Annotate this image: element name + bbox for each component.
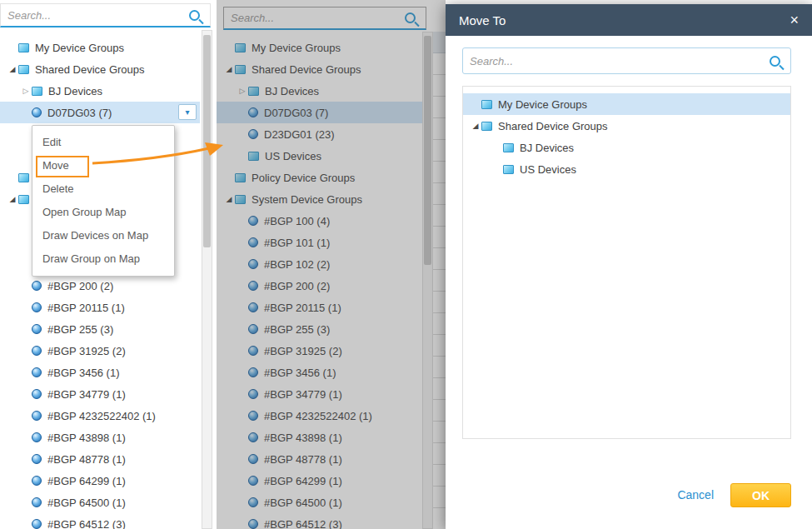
tree-item[interactable]: My Device Groups xyxy=(0,37,200,58)
tree-item[interactable]: #BGP 64299 (1) xyxy=(0,470,200,492)
device-group-icon xyxy=(32,346,42,356)
folder-icon xyxy=(503,165,514,174)
tree-item[interactable]: #BGP 4232522402 (1) xyxy=(217,405,422,427)
expanded-arrow-icon[interactable]: ◢ xyxy=(7,188,18,210)
tree-item[interactable]: D07DG03 (7)▾ xyxy=(0,102,200,123)
tree-item[interactable]: #BGP 20115 (1) xyxy=(217,297,422,318)
tree-item[interactable]: #BGP 20115 (1) xyxy=(0,297,200,318)
left-scrollbar[interactable] xyxy=(202,30,212,529)
tree-item[interactable]: #BGP 48778 (1) xyxy=(0,448,200,470)
tree-item-label: D23DG01 (23) xyxy=(264,128,335,141)
tree-item[interactable]: Policy Device Groups xyxy=(217,167,422,188)
device-group-icon xyxy=(248,302,258,312)
tree-item[interactable]: #BGP 200 (2) xyxy=(0,275,200,297)
tree-item[interactable]: #BGP 101 (1) xyxy=(217,232,422,253)
folder-icon xyxy=(32,87,42,96)
device-group-icon xyxy=(248,432,258,442)
device-group-icon xyxy=(248,237,258,247)
group-search-input-dimmed[interactable] xyxy=(224,12,405,24)
tree-item[interactable]: BJ Devices xyxy=(463,137,790,158)
folder-icon xyxy=(248,87,259,96)
tree-item[interactable]: #BGP 43898 (1) xyxy=(217,427,422,448)
tree-item-label: #BGP 4232522402 (1) xyxy=(264,410,372,422)
expanded-arrow-icon[interactable]: ◢ xyxy=(223,58,235,80)
middle-scrollbar-thumb[interactable] xyxy=(424,36,431,265)
group-search-box xyxy=(0,3,211,27)
tree-item-label: BJ Devices xyxy=(265,85,319,97)
tree-item[interactable]: #BGP 3456 (1) xyxy=(217,362,422,383)
context-menu-item-delete[interactable]: Delete xyxy=(32,177,174,201)
tree-item[interactable]: ▷BJ Devices xyxy=(217,80,422,102)
expanded-arrow-icon[interactable]: ◢ xyxy=(223,188,235,210)
tree-item-label: D07DG03 (7) xyxy=(264,107,328,119)
tree-item[interactable]: ▷BJ Devices xyxy=(0,80,200,102)
tree-item[interactable]: #BGP 43898 (1) xyxy=(0,427,200,448)
move-to-search-box xyxy=(462,47,791,74)
context-menu-item-draw-group-on-map[interactable]: Draw Group on Map xyxy=(32,247,174,271)
tree-item[interactable]: D07DG03 (7) xyxy=(217,102,422,123)
device-table-edge xyxy=(433,0,446,529)
cancel-button[interactable]: Cancel xyxy=(677,488,714,502)
tree-item[interactable]: ◢System Device Groups xyxy=(217,188,422,210)
device-group-icon xyxy=(248,216,258,226)
device-group-icon xyxy=(248,389,258,399)
tree-item[interactable]: ◢Shared Device Groups xyxy=(463,115,790,137)
tree-item[interactable]: #BGP 102 (2) xyxy=(217,253,422,275)
tree-item-label: US Devices xyxy=(520,163,576,176)
tree-item[interactable]: #BGP 255 (3) xyxy=(0,318,200,340)
device-group-icon xyxy=(32,519,42,529)
tree-item[interactable]: #BGP 64512 (3) xyxy=(217,513,422,529)
expanded-arrow-icon[interactable]: ◢ xyxy=(7,58,18,80)
context-menu-item-draw-devices-on-map[interactable]: Draw Devices on Map xyxy=(32,224,174,247)
dialog-title: Move To xyxy=(459,13,506,27)
tree-item[interactable]: #BGP 200 (2) xyxy=(217,275,422,297)
tree-item-label: #BGP 34779 (1) xyxy=(264,388,342,401)
group-search-input[interactable] xyxy=(1,9,189,22)
dialog-header: Move To × xyxy=(446,4,812,36)
device-group-icon xyxy=(32,476,42,486)
device-groups-panel: My Device Groups◢Shared Device Groups▷BJ… xyxy=(0,0,213,529)
tree-item[interactable]: My Device Groups xyxy=(217,37,422,58)
tree-item[interactable]: #BGP 31925 (2) xyxy=(217,340,422,362)
tree-item[interactable]: #BGP 48778 (1) xyxy=(217,448,422,470)
tree-item[interactable]: My Device Groups xyxy=(463,93,790,115)
device-group-icon xyxy=(32,302,42,312)
group-actions-dropdown-button[interactable]: ▾ xyxy=(178,104,197,120)
tree-item[interactable]: US Devices xyxy=(463,158,790,180)
tree-item[interactable]: #BGP 4232522402 (1) xyxy=(0,405,200,427)
tree-item[interactable]: #BGP 100 (4) xyxy=(217,210,422,232)
device-group-icon xyxy=(32,389,42,399)
device-group-tree: My Device Groups◢Shared Device Groups▷BJ… xyxy=(0,32,200,529)
context-menu-item-open-group-map[interactable]: Open Group Map xyxy=(32,201,174,224)
device-group-tree-dimmed: My Device Groups◢Shared Device Groups▷BJ… xyxy=(217,32,422,529)
tree-item[interactable]: #BGP 34779 (1) xyxy=(217,383,422,405)
device-group-icon xyxy=(248,367,258,377)
tree-item[interactable]: D23DG01 (23) xyxy=(217,123,422,145)
tree-item[interactable]: #BGP 64500 (1) xyxy=(0,492,200,513)
expanded-arrow-icon[interactable]: ◢ xyxy=(470,115,481,137)
group-search-box-dimmed xyxy=(223,7,426,30)
tree-item[interactable]: #BGP 34779 (1) xyxy=(0,383,200,405)
middle-scrollbar[interactable] xyxy=(422,32,433,529)
tree-item[interactable]: ◢Shared Device Groups xyxy=(217,58,422,80)
tree-item-label: #BGP 64512 (3) xyxy=(264,518,342,529)
tree-item-label: #BGP 64299 (1) xyxy=(47,475,126,487)
tree-item[interactable]: US Devices xyxy=(217,145,422,167)
collapsed-arrow-icon[interactable]: ▷ xyxy=(237,80,248,102)
tree-item[interactable]: #BGP 3456 (1) xyxy=(0,362,200,383)
move-to-search-input[interactable] xyxy=(463,55,770,67)
collapsed-arrow-icon[interactable]: ▷ xyxy=(20,80,32,102)
tree-item[interactable]: #BGP 64299 (1) xyxy=(217,470,422,492)
tree-item-label: #BGP 34779 (1) xyxy=(47,388,126,401)
tree-item[interactable]: ◢Shared Device Groups xyxy=(0,58,200,80)
tree-item[interactable]: #BGP 255 (3) xyxy=(217,318,422,340)
folder-icon xyxy=(248,152,259,161)
tree-item-label: #BGP 64500 (1) xyxy=(264,497,342,509)
tree-item[interactable]: #BGP 31925 (2) xyxy=(0,340,200,362)
device-group-icon xyxy=(32,411,42,421)
ok-button[interactable]: OK xyxy=(730,483,791,507)
tree-item[interactable]: #BGP 64512 (3) xyxy=(0,513,200,529)
tree-item[interactable]: #BGP 64500 (1) xyxy=(217,492,422,513)
device-group-icon xyxy=(248,411,258,421)
close-icon[interactable]: × xyxy=(790,12,799,27)
